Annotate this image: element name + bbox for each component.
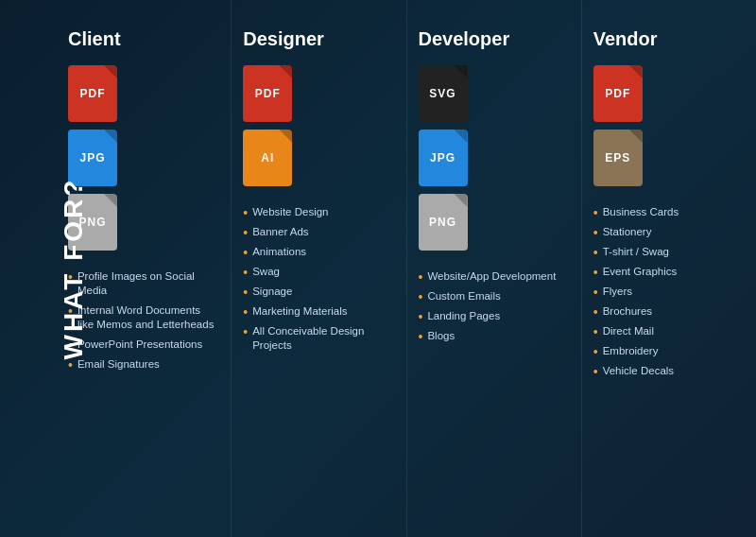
bullet-text: Landing Pages [427, 309, 500, 323]
bullet-dot-icon: • [243, 286, 248, 299]
bullet-dot-icon: • [243, 305, 248, 319]
bullet-dot-icon: • [593, 286, 598, 299]
file-icon-ai-designer: AI [243, 130, 292, 186]
bullet-dot-icon: • [593, 305, 598, 319]
bullet-text: PowerPoint Presentations [77, 338, 202, 352]
file-icon-jpg-developer: JPG [419, 130, 468, 186]
bullet-text: Custom Emails [427, 289, 500, 303]
bullet-list-client: •Profile Images on Social Media•Internal… [68, 269, 219, 372]
column-header-developer: Developer [419, 28, 570, 50]
list-item: •Brochures [593, 304, 745, 319]
list-item: •Landing Pages [419, 309, 570, 323]
bullet-dot-icon: • [243, 206, 248, 219]
bullet-text: Swag [252, 265, 280, 279]
file-label-ai: AI [261, 151, 274, 165]
bullet-text: Blogs [427, 329, 455, 343]
file-icons-vendor: PDFEPS [593, 65, 745, 186]
bullet-dot-icon: • [243, 325, 248, 338]
bullet-dot-icon: • [419, 270, 423, 284]
list-item: •Swag [243, 265, 394, 279]
bullet-text: Animations [252, 245, 306, 259]
columns-wrapper: ClientPDFJPGPNG•Profile Images on Social… [57, 0, 756, 537]
column-header-designer: Designer [243, 28, 394, 50]
what-for-label: WHAT FOR? [59, 178, 89, 360]
bullet-dot-icon: • [243, 226, 248, 239]
bullet-text: Banner Ads [252, 225, 308, 239]
list-item: •Custom Emails [419, 289, 570, 303]
bullet-text: Embroidery [603, 344, 659, 358]
list-item: •Marketing Materials [243, 304, 394, 319]
bullet-dot-icon: • [593, 325, 598, 338]
list-item: •Banner Ads [243, 225, 394, 239]
bullet-dot-icon: • [593, 266, 598, 279]
list-item: •Embroidery [593, 344, 745, 358]
file-icon-png-developer: PNG [419, 194, 468, 251]
list-item: •T-shirt / Swag [593, 245, 745, 259]
list-item: •Direct Mail [593, 324, 745, 338]
file-label-pdf: PDF [255, 87, 281, 100]
list-item: •Flyers [593, 285, 745, 299]
file-icon-pdf-client: PDF [68, 65, 117, 122]
column-designer: DesignerPDFAI•Website Design•Banner Ads•… [232, 0, 406, 537]
bullet-text: Brochures [603, 304, 652, 319]
file-label-eps: EPS [605, 151, 630, 165]
file-label-jpg: JPG [430, 151, 455, 165]
file-label-svg: SVG [429, 87, 455, 100]
file-icons-client: PDFJPGPNG [68, 65, 219, 251]
file-icons-designer: PDFAI [243, 65, 394, 186]
file-label-pdf: PDF [605, 87, 630, 100]
bullet-dot-icon: • [419, 310, 423, 323]
bullet-dot-icon: • [593, 226, 598, 239]
bullet-text: Vehicle Decals [603, 364, 674, 378]
bullet-text: Profile Images on Social Media [77, 269, 219, 298]
list-item: •Website Design [243, 205, 394, 219]
column-vendor: VendorPDFEPS•Business Cards•Stationery•T… [582, 0, 756, 537]
bullet-text: Flyers [603, 285, 632, 299]
list-item: •Animations [243, 245, 394, 259]
list-item: •Internal Word Documents like Memos and … [68, 303, 219, 332]
file-icon-pdf-vendor: PDF [593, 65, 643, 122]
file-icon-svg-developer: SVG [419, 65, 468, 122]
bullet-text: Event Graphics [603, 265, 678, 279]
bullet-text: Direct Mail [603, 324, 654, 338]
list-item: •Stationery [593, 225, 745, 239]
list-item: •Signage [243, 285, 394, 299]
bullet-text: Email Signatures [77, 357, 160, 372]
column-header-client: Client [68, 28, 219, 50]
list-item: •Website/App Development [419, 269, 570, 284]
main-container: WHAT FOR? ClientPDFJPGPNG•Profile Images… [0, 0, 756, 537]
list-item: •Business Cards [593, 205, 745, 219]
file-label-png: PNG [429, 216, 456, 229]
file-icon-pdf-designer: PDF [243, 65, 292, 122]
list-item: •Blogs [419, 329, 570, 343]
file-icon-eps-vendor: EPS [593, 130, 643, 186]
bullet-text: Internal Word Documents like Memos and L… [77, 303, 219, 332]
bullet-text: All Conceivable Design Projects [252, 324, 394, 353]
file-label-pdf: PDF [80, 87, 106, 100]
list-item: •Event Graphics [593, 265, 745, 279]
list-item: •All Conceivable Design Projects [243, 324, 394, 353]
bullet-dot-icon: • [419, 290, 423, 303]
column-developer: DeveloperSVGJPGPNG•Website/App Developme… [407, 0, 582, 537]
file-icons-developer: SVGJPGPNG [419, 65, 570, 251]
list-item: •Vehicle Decals [593, 364, 745, 378]
bullet-list-vendor: •Business Cards•Stationery•T-shirt / Swa… [593, 205, 745, 378]
bullet-text: Signage [252, 285, 292, 299]
bullet-dot-icon: • [419, 330, 423, 343]
bullet-dot-icon: • [593, 206, 598, 219]
bullet-list-developer: •Website/App Development•Custom Emails•L… [419, 269, 570, 343]
list-item: •Email Signatures [68, 357, 219, 372]
bullet-dot-icon: • [593, 365, 598, 378]
list-item: •PowerPoint Presentations [68, 338, 219, 352]
file-label-jpg: JPG [79, 151, 105, 165]
bullet-dot-icon: • [68, 358, 73, 372]
bullet-dot-icon: • [593, 246, 598, 259]
bullet-dot-icon: • [243, 246, 248, 259]
bullet-text: Stationery [603, 225, 652, 239]
column-header-vendor: Vendor [593, 28, 745, 50]
bullet-list-designer: •Website Design•Banner Ads•Animations•Sw… [243, 205, 394, 353]
bullet-dot-icon: • [593, 345, 598, 358]
bullet-dot-icon: • [243, 266, 248, 279]
bullet-text: Website/App Development [427, 269, 556, 284]
bullet-text: Business Cards [603, 205, 679, 219]
